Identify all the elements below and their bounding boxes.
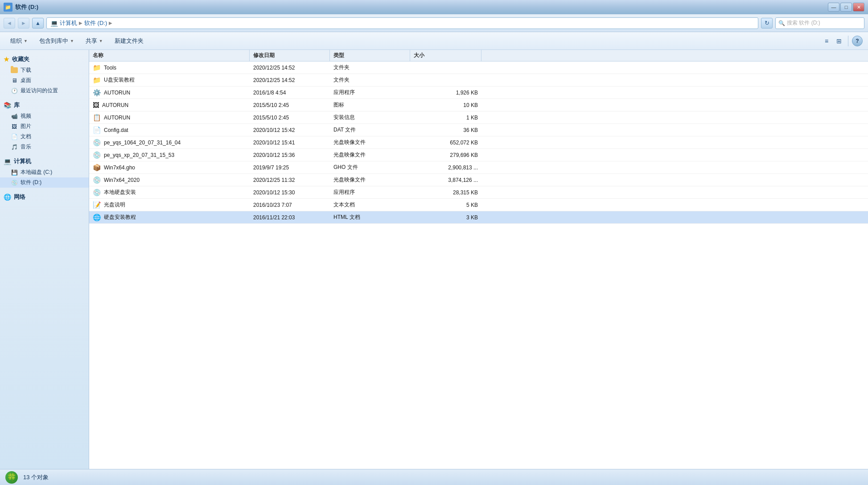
file-size-cell: 28,315 KB xyxy=(410,189,481,196)
file-name-text: AUTORUN xyxy=(104,90,130,96)
close-button[interactable]: ✕ xyxy=(853,3,864,12)
table-row[interactable]: ⚙️ AUTORUN 2016/1/8 4:54 应用程序 1,926 KB xyxy=(89,86,868,99)
sidebar-group-computer[interactable]: 💻 计算机 xyxy=(0,156,89,167)
col-header-size[interactable]: 大小 xyxy=(410,50,481,61)
sidebar-item-c-drive[interactable]: 💾 本地磁盘 (C:) xyxy=(0,167,89,177)
window-title: 软件 (D:) xyxy=(15,3,38,11)
file-date-cell: 2020/10/12 15:42 xyxy=(250,127,330,133)
search-icon: 🔍 xyxy=(778,20,785,26)
view-options-button[interactable]: ≡ xyxy=(821,36,832,46)
main-area: ★ 收藏夹 下载 🖥 桌面 🕐 最近访问的位置 📚 库 📹 xyxy=(0,50,868,469)
sidebar-item-d-drive[interactable]: 💿 软件 (D:) xyxy=(0,177,89,188)
sidebar-item-desktop[interactable]: 🖥 桌面 xyxy=(0,75,89,86)
view-grid-button[interactable]: ⊞ xyxy=(834,36,844,46)
docs-label: 文档 xyxy=(21,133,31,140)
share-button[interactable]: 共享 ▼ xyxy=(81,35,108,47)
sidebar-item-docs[interactable]: 📄 文档 xyxy=(0,132,89,142)
up-button[interactable]: ▲ xyxy=(32,18,44,29)
status-count: 13 个对象 xyxy=(23,473,49,481)
breadcrumb-drive[interactable]: 软件 (D:) xyxy=(84,19,107,27)
file-date-cell: 2020/10/12 15:41 xyxy=(250,140,330,146)
file-date-text: 2016/11/21 22:03 xyxy=(253,214,295,221)
table-row[interactable]: 🖼 AUTORUN 2015/5/10 2:45 图标 10 KB xyxy=(89,99,868,111)
file-type-text: DAT 文件 xyxy=(333,126,356,134)
search-box[interactable]: 🔍 搜索 软件 (D:) xyxy=(775,17,864,29)
file-name-text: Win7x64.gho xyxy=(104,164,135,171)
sidebar-item-downloads[interactable]: 下载 xyxy=(0,65,89,75)
video-icon: 📹 xyxy=(11,113,18,120)
file-type-cell: HTML 文档 xyxy=(330,214,410,221)
table-row[interactable]: 🌐 硬盘安装教程 2016/11/21 22:03 HTML 文档 3 KB xyxy=(89,211,868,224)
table-row[interactable]: 📄 Config.dat 2020/10/12 15:42 DAT 文件 36 … xyxy=(89,124,868,136)
sidebar-item-video[interactable]: 📹 视频 xyxy=(0,111,89,121)
sidebar-group-library[interactable]: 📚 库 xyxy=(0,99,89,111)
new-folder-button[interactable]: 新建文件夹 xyxy=(110,35,148,47)
sidebar-section-library: 📚 库 📹 视频 🖼 图片 📄 文档 🎵 音乐 xyxy=(0,99,89,152)
include-library-label: 包含到库中 xyxy=(39,37,68,45)
file-date-cell: 2020/12/25 14:52 xyxy=(250,77,330,83)
table-row[interactable]: 💿 pe_yqs_1064_20_07_31_16_04 2020/10/12 … xyxy=(89,136,868,149)
sidebar-section-computer: 💻 计算机 💾 本地磁盘 (C:) 💿 软件 (D:) xyxy=(0,156,89,188)
file-name-cell: 📁 Tools xyxy=(89,64,250,72)
downloads-label: 下载 xyxy=(21,66,31,74)
sidebar-section-network: 🌐 网络 xyxy=(0,191,89,203)
file-rows: 📁 Tools 2020/12/25 14:52 文件夹 📁 U盘安装教程 20… xyxy=(89,62,868,224)
file-name-text: 光盘说明 xyxy=(104,201,125,209)
forward-button[interactable]: ► xyxy=(18,18,29,29)
images-icon: 🖼 xyxy=(11,123,18,130)
file-name-cell: 💿 本地硬盘安装 xyxy=(89,189,250,197)
file-date-cell: 2020/12/25 14:52 xyxy=(250,65,330,71)
table-row[interactable]: 📋 AUTORUN 2015/5/10 2:45 安装信息 1 KB xyxy=(89,111,868,124)
file-size-cell: 1,926 KB xyxy=(410,90,481,96)
sidebar-item-images[interactable]: 🖼 图片 xyxy=(0,121,89,132)
sidebar-group-favorites[interactable]: ★ 收藏夹 xyxy=(0,53,89,65)
file-size-cell: 5 KB xyxy=(410,202,481,208)
table-row[interactable]: 💿 pe_yqs_xp_20_07_31_15_53 2020/10/12 15… xyxy=(89,149,868,161)
include-library-button[interactable]: 包含到库中 ▼ xyxy=(34,35,79,47)
sidebar: ★ 收藏夹 下载 🖥 桌面 🕐 最近访问的位置 📚 库 📹 xyxy=(0,50,89,469)
col-header-type[interactable]: 类型 xyxy=(330,50,410,61)
col-header-date[interactable]: 修改日期 xyxy=(250,50,330,61)
file-size-text: 279,696 KB xyxy=(450,152,478,158)
organize-button[interactable]: 组织 ▼ xyxy=(5,35,33,47)
breadcrumb-computer[interactable]: 计算机 xyxy=(60,19,77,27)
titlebar-controls: — □ ✕ xyxy=(828,3,864,12)
refresh-button[interactable]: ↻ xyxy=(761,18,773,29)
maximize-button[interactable]: □ xyxy=(840,3,852,12)
file-size-cell: 279,696 KB xyxy=(410,152,481,158)
file-icon: 📁 xyxy=(93,76,101,84)
file-date-cell: 2019/9/7 19:25 xyxy=(250,164,330,171)
file-name-cell: 💿 pe_yqs_xp_20_07_31_15_53 xyxy=(89,151,250,159)
sidebar-item-music[interactable]: 🎵 音乐 xyxy=(0,142,89,152)
table-row[interactable]: 💿 本地硬盘安装 2020/10/12 15:30 应用程序 28,315 KB xyxy=(89,186,868,199)
docs-icon: 📄 xyxy=(11,133,18,140)
sidebar-item-recent[interactable]: 🕐 最近访问的位置 xyxy=(0,86,89,96)
c-drive-label: 本地磁盘 (C:) xyxy=(21,169,52,176)
file-size-cell: 3 KB xyxy=(410,214,481,221)
organize-label: 组织 xyxy=(10,37,22,45)
table-row[interactable]: 📁 U盘安装教程 2020/12/25 14:52 文件夹 xyxy=(89,74,868,86)
file-date-text: 2020/12/25 14:52 xyxy=(253,77,295,83)
sidebar-group-network[interactable]: 🌐 网络 xyxy=(0,191,89,203)
col-header-name[interactable]: 名称 xyxy=(89,50,250,61)
help-button[interactable]: ? xyxy=(852,36,863,46)
computer-icon: 💻 xyxy=(4,158,11,165)
table-row[interactable]: 📁 Tools 2020/12/25 14:52 文件夹 xyxy=(89,62,868,74)
table-row[interactable]: 💿 Win7x64_2020 2020/12/25 11:32 光盘映像文件 3… xyxy=(89,174,868,186)
file-date-cell: 2016/1/8 4:54 xyxy=(250,90,330,96)
file-date-cell: 2015/5/10 2:45 xyxy=(250,115,330,121)
col-type-label: 类型 xyxy=(333,52,344,59)
file-date-text: 2020/10/12 15:42 xyxy=(253,127,295,133)
table-row[interactable]: 📝 光盘说明 2016/10/23 7:07 文本文档 5 KB xyxy=(89,199,868,211)
file-icon: 💿 xyxy=(93,176,101,184)
status-app-icon: 🍀 xyxy=(5,471,18,484)
library-label: 库 xyxy=(14,101,20,109)
file-date-cell: 2020/10/12 15:30 xyxy=(250,189,330,196)
table-row[interactable]: 📦 Win7x64.gho 2019/9/7 19:25 GHO 文件 2,90… xyxy=(89,161,868,174)
music-icon: 🎵 xyxy=(11,144,18,151)
file-icon: 💿 xyxy=(93,139,101,147)
back-button[interactable]: ◄ xyxy=(4,18,15,29)
c-drive-icon: 💾 xyxy=(11,169,18,176)
file-icon: 🖼 xyxy=(93,101,99,109)
minimize-button[interactable]: — xyxy=(828,3,839,12)
